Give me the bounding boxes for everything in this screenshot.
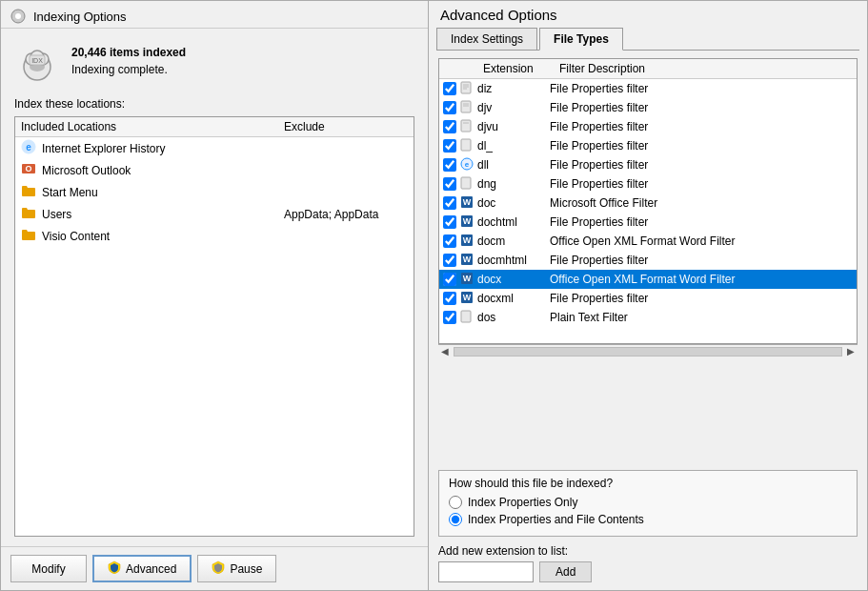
filter-value: File Properties filter xyxy=(550,139,853,153)
ie-file-icon: e xyxy=(460,157,477,173)
svg-rect-22 xyxy=(461,139,471,151)
table-row[interactable]: djvu File Properties filter xyxy=(439,117,857,136)
folder-icon xyxy=(21,183,36,201)
horizontal-scrollbar[interactable]: ◀ ▶ xyxy=(438,344,858,357)
ext-checkbox[interactable] xyxy=(443,177,456,191)
radio-index-properties-only[interactable] xyxy=(449,496,462,509)
radio-properties-and-contents[interactable]: Index Properties and File Contents xyxy=(449,513,847,526)
file-types-table[interactable]: Extension Filter Description diz File Pr… xyxy=(438,58,858,344)
word-icon: W xyxy=(460,272,477,288)
radio-index-properties-contents[interactable] xyxy=(449,513,462,526)
new-extension-input[interactable] xyxy=(438,561,534,582)
ext-value: docm xyxy=(477,234,550,248)
location-name: Users xyxy=(42,208,284,221)
ext-value: djvu xyxy=(477,120,550,133)
ext-header: Extension xyxy=(483,62,559,75)
list-item[interactable]: Start Menu xyxy=(15,181,414,203)
ie-icon: e xyxy=(21,139,36,157)
file-icon xyxy=(460,100,477,116)
tab-file-types[interactable]: File Types xyxy=(539,28,623,51)
indexing-icon xyxy=(10,9,26,24)
ext-value: docmhtml xyxy=(477,254,550,267)
table-row[interactable]: W docxml File Properties filter xyxy=(439,289,857,308)
table-row[interactable]: W docx Office Open XML Format Word Filte… xyxy=(439,270,857,289)
pause-button[interactable]: Pause xyxy=(197,555,276,582)
indexing-options-panel: Indexing Options IDX 20,446 items indexe… xyxy=(0,0,429,591)
word-icon: W xyxy=(460,253,477,269)
table-row[interactable]: W dochtml File Properties filter xyxy=(439,213,857,232)
location-name: Internet Explorer History xyxy=(42,142,284,155)
ext-value: dll xyxy=(477,158,550,172)
table-row[interactable]: djv File Properties filter xyxy=(439,98,857,117)
left-titlebar: Indexing Options xyxy=(1,1,428,29)
shield-icon xyxy=(108,560,121,577)
add-extension-label: Add new extension to list: xyxy=(438,544,858,558)
scroll-left-arrow[interactable]: ◀ xyxy=(438,346,452,357)
advanced-button[interactable]: Advanced xyxy=(92,555,192,582)
items-indexed: 20,446 items indexed xyxy=(71,46,186,59)
word-icon: W xyxy=(460,291,477,307)
scroll-track[interactable] xyxy=(454,347,842,357)
indexing-options-section: How should this file be indexed? Index P… xyxy=(438,470,858,537)
svg-text:W: W xyxy=(463,216,472,226)
ext-value: diz xyxy=(477,82,550,95)
locations-table-header: Included Locations Exclude xyxy=(15,117,414,137)
svg-text:O: O xyxy=(25,164,31,173)
svg-text:e: e xyxy=(26,142,31,153)
ext-checkbox[interactable] xyxy=(443,311,456,324)
ext-checkbox[interactable] xyxy=(443,120,456,133)
svg-text:W: W xyxy=(463,255,472,264)
list-item[interactable]: Users AppData; AppData xyxy=(15,203,414,225)
scroll-right-arrow[interactable]: ▶ xyxy=(844,346,858,357)
locations-table: Included Locations Exclude e Internet Ex… xyxy=(14,116,414,537)
filter-value: File Properties filter xyxy=(550,292,853,305)
ext-checkbox[interactable] xyxy=(443,234,456,248)
ext-checkbox[interactable] xyxy=(443,215,456,229)
list-item[interactable]: O Microsoft Outlook xyxy=(15,159,414,181)
pause-shield-icon xyxy=(212,560,225,577)
ext-checkbox[interactable] xyxy=(443,101,456,114)
svg-text:IDX: IDX xyxy=(31,57,43,64)
table-row[interactable]: dos Plain Text Filter xyxy=(439,308,857,327)
radio-properties-only[interactable]: Index Properties Only xyxy=(449,496,847,509)
table-row[interactable]: dng File Properties filter xyxy=(439,174,857,194)
word-icon: W xyxy=(460,214,477,231)
indexing-complete: Indexing complete. xyxy=(71,63,186,76)
svg-text:W: W xyxy=(463,197,472,207)
filter-value: File Properties filter xyxy=(550,158,853,172)
svg-rect-17 xyxy=(461,101,471,112)
tab-index-settings[interactable]: Index Settings xyxy=(436,28,537,51)
svg-text:e: e xyxy=(465,160,470,169)
ext-value: dng xyxy=(477,177,550,191)
svg-rect-13 xyxy=(461,82,471,93)
modify-button[interactable]: Modify xyxy=(10,555,87,582)
ext-checkbox[interactable] xyxy=(443,82,456,95)
ext-checkbox[interactable] xyxy=(443,273,456,286)
ext-value: docx xyxy=(477,273,550,286)
outlook-icon: O xyxy=(21,161,36,179)
file-icon xyxy=(460,138,477,154)
ext-checkbox[interactable] xyxy=(443,196,456,210)
table-row[interactable]: diz File Properties filter xyxy=(439,79,857,98)
filter-value: File Properties filter xyxy=(550,177,853,191)
ext-checkbox[interactable] xyxy=(443,292,456,305)
table-row[interactable]: W doc Microsoft Office Filter xyxy=(439,194,857,213)
right-title: Advanced Options xyxy=(429,1,867,27)
add-extension-section: Add new extension to list: Add xyxy=(438,544,858,582)
table-row[interactable]: dl_ File Properties filter xyxy=(439,136,857,155)
table-row[interactable]: W docmhtml File Properties filter xyxy=(439,251,857,270)
index-locations-label: Index these locations: xyxy=(14,97,414,111)
tabs-bar: Index Settings File Types xyxy=(436,27,859,51)
filter-value: File Properties filter xyxy=(550,254,853,267)
list-item[interactable]: Visio Content xyxy=(15,225,414,247)
table-row[interactable]: e dll File Properties filter xyxy=(439,155,857,174)
svg-text:W: W xyxy=(463,293,472,302)
ext-checkbox[interactable] xyxy=(443,254,456,267)
filter-value: File Properties filter xyxy=(550,215,853,229)
list-item[interactable]: e Internet Explorer History xyxy=(15,137,414,159)
ext-checkbox[interactable] xyxy=(443,158,456,172)
add-extension-button[interactable]: Add xyxy=(539,561,592,582)
table-row[interactable]: W docm Office Open XML Format Word Filte… xyxy=(439,232,857,251)
ext-checkbox[interactable] xyxy=(443,139,456,153)
filter-value: Plain Text Filter xyxy=(550,311,853,324)
